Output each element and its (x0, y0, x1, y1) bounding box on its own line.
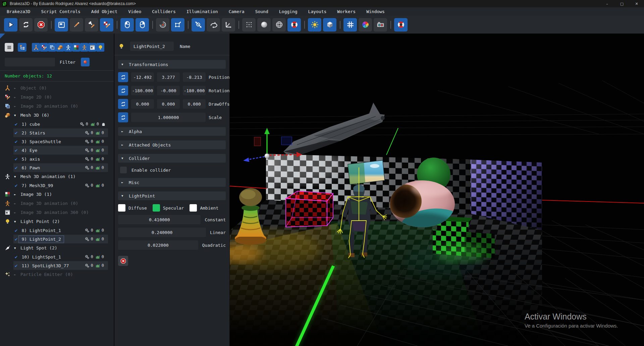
menu-item-brakeza3d[interactable]: Brakeza3D (1, 7, 36, 16)
lifebuoy-render-button[interactable] (394, 18, 408, 32)
rotate-view-button[interactable] (207, 18, 220, 32)
maximize-button[interactable]: ▢ (614, 0, 629, 7)
tree-group-mesh-3d-6[interactable]: ▼Mesh 3D (6) (0, 111, 114, 120)
color-picker-button[interactable] (359, 18, 372, 32)
lifebuoy-button[interactable] (287, 18, 301, 32)
script-editor-button[interactable] (70, 18, 83, 32)
vertex-edit-button[interactable] (171, 18, 184, 32)
section-attached-objects[interactable]: ► Attached Objects (118, 140, 226, 149)
visibility-checkbox[interactable]: ✔ (15, 236, 17, 242)
menu-item-camera[interactable]: Camera (223, 7, 250, 16)
sphere-shaded-button[interactable] (257, 18, 271, 32)
delete-object-button[interactable] (118, 256, 128, 266)
menu-item-layouts[interactable]: Layouts (303, 7, 332, 16)
attenuation-constant-field[interactable]: 0.410000 (118, 215, 201, 224)
filter-button[interactable] (81, 58, 90, 66)
visibility-checkbox[interactable]: ✔ (15, 156, 17, 162)
lightpoint-tool-button[interactable] (96, 43, 104, 52)
section-transformations[interactable]: ▼ Transformations (118, 60, 226, 69)
visibility-checkbox[interactable]: ✔ (15, 254, 17, 260)
menu-item-logging[interactable]: Logging (274, 7, 303, 16)
orbit-target-button[interactable] (156, 18, 169, 32)
tree-item-1-cube[interactable]: ✔1) cube00 (13, 120, 108, 128)
mesh3d-tool-button[interactable] (56, 43, 64, 52)
sphere-wireframe-button[interactable] (272, 18, 286, 32)
tree-item-4-eye[interactable]: ✔4) Eye00 (13, 146, 108, 155)
reset-rotation-button[interactable] (118, 85, 128, 96)
menu-item-illumination[interactable]: Illumination (181, 7, 223, 16)
mouse-left-button[interactable] (120, 18, 134, 32)
bounding-box-button[interactable] (323, 18, 336, 32)
mesh3d-anim-tool-button[interactable] (64, 43, 72, 52)
menu-item-workers[interactable]: Workers (332, 7, 361, 16)
filter-input[interactable] (5, 58, 55, 66)
tree-group-image-3d-animation-360-0[interactable]: ►Image 3D animation 360 (0) (0, 208, 114, 217)
specular-color-swatch[interactable] (153, 204, 160, 212)
tree-item-11-spotlight3d-77[interactable]: ✔11) SpotLight3D_7700 (13, 261, 108, 270)
tree-group-mesh-3d-animation-1[interactable]: ▼Mesh 3D animation (1) (0, 172, 114, 181)
minimize-button[interactable]: – (600, 0, 614, 7)
enable-collider-checkbox[interactable] (120, 167, 127, 173)
tree-group-image-3d-animation-0[interactable]: ►Image 3D animation (0) (0, 199, 114, 208)
rotation-y-field[interactable]: -0.000 (157, 86, 180, 95)
texture-editor-button[interactable] (100, 18, 113, 32)
tree-group-image-3d-1[interactable]: ►Image 3D (1) (0, 190, 114, 199)
section-misc[interactable]: ► Misc (118, 178, 226, 187)
stop-button[interactable] (34, 18, 48, 32)
tree-item-2-stairs[interactable]: ✔2) Stairs00 (13, 128, 108, 137)
drawoffset-x-field[interactable]: 0.000 (131, 99, 154, 109)
menu-toggle-button[interactable] (5, 43, 13, 52)
object-name-input[interactable] (130, 42, 174, 51)
section-collider[interactable]: ▼ Collider (118, 154, 226, 163)
tree-item-8-lightpoint-1[interactable]: ✔8) LightPoint_100 (13, 226, 108, 235)
image3d-anim360-tool-button[interactable] (88, 43, 96, 52)
diffuse-color-swatch[interactable] (118, 204, 125, 212)
position-y-field[interactable]: 3.277 (157, 72, 180, 82)
position-x-field[interactable]: -12.492 (131, 72, 154, 82)
scale-field[interactable]: 1.000000 (131, 113, 206, 122)
move-axes-button[interactable] (222, 18, 235, 32)
visibility-checkbox[interactable]: ✔ (15, 139, 17, 144)
close-button[interactable]: ✕ (629, 0, 644, 7)
bone-editor-button[interactable] (85, 18, 98, 32)
reset-scale-button[interactable] (118, 112, 128, 122)
tree-group-light-spot-2[interactable]: ▼Light Spot (2) (0, 243, 114, 252)
menu-item-windows[interactable]: Windows (361, 7, 390, 16)
wireframe-cube-object[interactable] (286, 191, 333, 227)
object-tool-button[interactable] (32, 43, 40, 52)
rotation-z-field[interactable]: -180.000 (183, 86, 206, 95)
image2d-anim-tool-button[interactable] (48, 43, 56, 52)
reset-drawoffset-button[interactable] (118, 99, 128, 109)
menu-item-sound[interactable]: Sound (250, 7, 274, 16)
image2d-tool-button[interactable] (40, 43, 48, 52)
menu-item-colliders[interactable]: Colliders (147, 7, 181, 16)
menu-item-script-controls[interactable]: Script Controls (36, 7, 86, 16)
mouse-right-button[interactable] (136, 18, 149, 32)
visibility-checkbox[interactable]: ✔ (15, 228, 17, 233)
play-button[interactable] (4, 18, 17, 32)
ambient-color-swatch[interactable] (190, 204, 197, 212)
attenuation-linear-field[interactable]: 0.240000 (118, 228, 206, 237)
drawoffset-z-field[interactable]: 0.000 (183, 99, 206, 109)
tree-item-5-axis[interactable]: ✔5) axis00 (13, 155, 108, 163)
visibility-checkbox[interactable]: ✔ (15, 165, 17, 170)
viewport-3d[interactable]: Activar Windows Ve a Configuración para … (230, 34, 644, 346)
section-lightpoint[interactable]: ▼ LightPoint (118, 191, 226, 200)
visibility-checkbox[interactable]: ✔ (15, 148, 17, 153)
tree-item-3-spaceshuttle[interactable]: ✔3) SpaceShuttle00 (13, 137, 108, 146)
reload-scripts-button[interactable] (19, 18, 33, 32)
visibility-checkbox[interactable]: ✔ (15, 121, 17, 127)
section-alpha[interactable]: ► Alpha (118, 127, 226, 136)
tree-item-9-lightpoint-2[interactable]: ✔9) LightPoint_200 (13, 235, 108, 243)
tree-item-10-lightspot-1[interactable]: ✔10) LightSpot_100 (13, 252, 108, 261)
attenuation-quadratic-field[interactable]: 0.022000 (118, 240, 198, 250)
window-panel-button[interactable] (55, 18, 68, 32)
menu-item-video[interactable]: Video (123, 7, 147, 16)
gizmo-origin-handle[interactable] (265, 154, 270, 159)
tree-group-image-2d-animation-0[interactable]: ►Image 2D animation (0) (0, 102, 114, 111)
visibility-checkbox[interactable]: ✔ (15, 183, 17, 188)
stereo-camera-button[interactable] (374, 18, 387, 32)
image3d-tool-button[interactable] (72, 43, 80, 52)
visibility-checkbox[interactable]: ✔ (15, 130, 17, 135)
menu-item-add-object[interactable]: Add Object (86, 7, 123, 16)
